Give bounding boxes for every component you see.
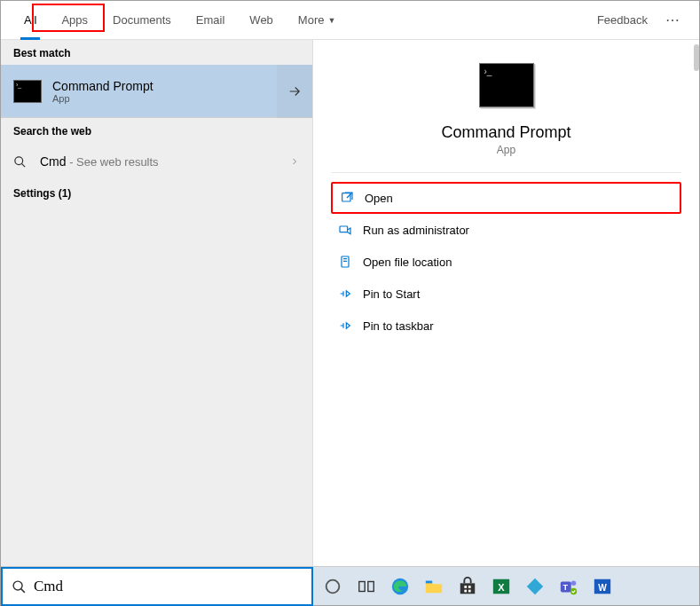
best-match-item[interactable]: Command Prompt App bbox=[1, 65, 312, 118]
action-open-location[interactable]: Open file location bbox=[331, 246, 681, 278]
search-filter-tabs: All Apps Documents Email Web More ▼ Feed… bbox=[1, 1, 699, 40]
preview-title: Command Prompt bbox=[441, 123, 570, 142]
action-run-admin[interactable]: Run as administrator bbox=[331, 214, 681, 246]
taskbar-edge-icon[interactable] bbox=[388, 574, 413, 599]
action-label: Run as administrator bbox=[363, 224, 469, 237]
command-prompt-icon bbox=[479, 63, 534, 107]
taskbar-cortana-icon[interactable] bbox=[320, 574, 345, 599]
taskbar-teams-icon[interactable]: T bbox=[556, 574, 581, 599]
actions-list: Open Run as administrator Open file loca… bbox=[313, 173, 699, 350]
settings-header: Settings (1) bbox=[1, 180, 312, 205]
taskbar: X T W bbox=[313, 567, 699, 605]
svg-rect-13 bbox=[464, 589, 467, 592]
tab-apps[interactable]: Apps bbox=[49, 1, 100, 40]
taskbar-excel-icon[interactable]: X bbox=[489, 574, 514, 599]
svg-point-18 bbox=[571, 580, 577, 586]
search-web-header: Search the web bbox=[1, 118, 312, 143]
svg-text:X: X bbox=[498, 581, 505, 592]
svg-point-0 bbox=[15, 156, 23, 164]
open-icon bbox=[340, 191, 354, 205]
tab-documents[interactable]: Documents bbox=[100, 1, 184, 40]
preview-panel: Command Prompt App Open Run as administr… bbox=[313, 40, 699, 566]
action-pin-start[interactable]: Pin to Start bbox=[331, 278, 681, 310]
best-match-title: Command Prompt bbox=[52, 79, 266, 93]
web-result-item[interactable]: Cmd - See web results bbox=[1, 143, 312, 180]
search-icon bbox=[13, 155, 29, 169]
tab-all[interactable]: All bbox=[12, 1, 49, 40]
svg-rect-7 bbox=[368, 581, 374, 591]
svg-rect-2 bbox=[340, 226, 348, 232]
svg-point-5 bbox=[326, 579, 340, 593]
svg-rect-6 bbox=[359, 581, 365, 591]
action-label: Open file location bbox=[363, 256, 452, 269]
action-label: Pin to Start bbox=[363, 287, 420, 301]
svg-rect-3 bbox=[342, 256, 349, 267]
search-box[interactable] bbox=[1, 567, 313, 606]
tab-web[interactable]: Web bbox=[237, 1, 286, 40]
best-match-header: Best match bbox=[1, 40, 312, 65]
admin-icon bbox=[338, 223, 352, 237]
results-panel: Best match Command Prompt App Search the… bbox=[1, 40, 313, 566]
taskbar-kodi-icon[interactable] bbox=[523, 574, 547, 599]
command-prompt-icon bbox=[13, 80, 42, 103]
web-result-query: Cmd bbox=[40, 154, 67, 169]
svg-text:T: T bbox=[563, 582, 569, 591]
feedback-link[interactable]: Feedback bbox=[588, 13, 657, 27]
pin-icon bbox=[338, 319, 352, 333]
svg-rect-12 bbox=[468, 586, 471, 588]
taskbar-word-icon[interactable]: W bbox=[590, 574, 615, 599]
action-label: Pin to taskbar bbox=[363, 319, 434, 333]
web-result-suffix: - See web results bbox=[67, 155, 159, 169]
svg-point-4 bbox=[13, 581, 22, 590]
svg-rect-10 bbox=[460, 583, 476, 594]
folder-icon bbox=[338, 255, 352, 269]
preview-subtitle: App bbox=[497, 144, 515, 156]
search-input[interactable] bbox=[34, 578, 303, 595]
best-match-subtitle: App bbox=[52, 93, 266, 104]
best-match-expand-button[interactable] bbox=[277, 65, 312, 118]
action-label: Open bbox=[365, 192, 393, 205]
action-open[interactable]: Open bbox=[331, 182, 681, 214]
svg-rect-11 bbox=[464, 586, 467, 588]
taskbar-explorer-icon[interactable] bbox=[421, 574, 446, 599]
search-icon bbox=[12, 579, 27, 594]
tab-more[interactable]: More ▼ bbox=[286, 1, 349, 40]
scrollbar[interactable] bbox=[694, 44, 699, 71]
svg-text:W: W bbox=[598, 582, 607, 592]
svg-rect-1 bbox=[342, 193, 350, 201]
taskbar-store-icon[interactable] bbox=[455, 574, 480, 599]
svg-rect-14 bbox=[468, 589, 471, 592]
tab-email[interactable]: Email bbox=[184, 1, 238, 40]
chevron-right-icon bbox=[289, 156, 300, 167]
pin-icon bbox=[338, 287, 352, 301]
taskbar-taskview-icon[interactable] bbox=[354, 574, 379, 599]
chevron-down-icon: ▼ bbox=[327, 16, 335, 25]
tab-more-label: More bbox=[298, 13, 325, 27]
action-pin-taskbar[interactable]: Pin to taskbar bbox=[331, 310, 681, 342]
more-options-button[interactable]: ⋯ bbox=[657, 12, 688, 28]
svg-rect-9 bbox=[426, 580, 432, 583]
